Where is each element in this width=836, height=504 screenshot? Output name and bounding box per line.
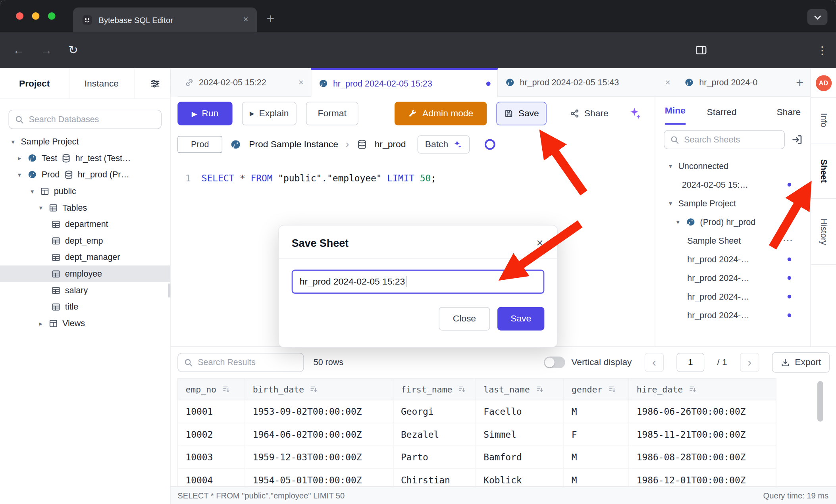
table-cell[interactable]: 10001 <box>177 400 245 423</box>
column-header[interactable]: hire_date <box>629 378 776 400</box>
add-tab-button[interactable]: + <box>789 68 811 97</box>
chevron-down-icon[interactable]: ▾ <box>16 171 23 178</box>
chevron-down-icon[interactable]: ▾ <box>29 187 36 195</box>
environment-badge[interactable]: Prod <box>177 136 222 153</box>
batch-button[interactable]: Batch <box>418 135 470 154</box>
sql-editor-line[interactable]: 1 SELECT * FROM "public"."employee" LIMI… <box>171 170 655 186</box>
window-controls[interactable] <box>16 12 55 20</box>
sidebar-filter-button[interactable] <box>150 68 170 99</box>
table-cell[interactable]: 1953-09-02T00:00:00Z <box>245 400 393 423</box>
sheet-search-input[interactable]: Search Sheets <box>664 130 785 149</box>
tree-item-table-dept-emp[interactable]: dept_emp <box>0 233 170 249</box>
reload-button[interactable]: ↻ <box>68 32 78 68</box>
chevron-down-icon[interactable]: ▾ <box>667 162 674 170</box>
table-row[interactable]: 100031959-12-03T00:00:00ZPartoBamfordM19… <box>177 446 836 469</box>
tree-item-project[interactable]: ▾ Sample Project <box>0 133 170 150</box>
sheet-group-project[interactable]: ▾ Sample Project <box>655 194 811 213</box>
table-cell[interactable]: 1986-06-26T00:00:00Z <box>629 400 776 423</box>
column-header[interactable]: gender <box>564 378 629 400</box>
open-sheet-icon[interactable] <box>791 134 803 146</box>
table-cell[interactable]: 1954-05-01T00:00:00Z <box>245 469 393 486</box>
save-button[interactable]: Save <box>496 102 546 125</box>
tree-item-table-employee[interactable]: employee <box>0 265 170 282</box>
ai-assistant-button[interactable] <box>625 104 644 123</box>
sort-icon[interactable] <box>608 385 616 393</box>
tree-item-table-salary[interactable]: salary <box>0 282 170 298</box>
forward-button[interactable]: → <box>40 32 52 68</box>
table-cell[interactable]: Georgi <box>393 400 476 423</box>
tree-item-table-title[interactable]: title <box>0 298 170 315</box>
close-dialog-icon[interactable]: × <box>536 236 543 250</box>
database-search-input[interactable]: Search Databases <box>8 110 161 129</box>
sort-icon[interactable] <box>222 385 230 393</box>
chevron-down-icon[interactable]: ▾ <box>674 218 681 226</box>
tab-instance[interactable]: Instance <box>69 68 135 99</box>
explain-button[interactable]: ▶ Explain <box>242 102 297 125</box>
table-row[interactable]: 100021964-06-02T00:00:00ZBezalelSimmelF1… <box>177 423 836 446</box>
database-name[interactable]: hr_prod <box>375 139 406 150</box>
more-actions-icon[interactable]: ··· <box>783 236 793 245</box>
tree-item-table-dept-manager[interactable]: dept_manager <box>0 249 170 265</box>
column-header[interactable]: emp_no <box>177 378 245 400</box>
close-tab-icon[interactable]: × <box>243 14 248 25</box>
table-row[interactable]: 100011953-09-02T00:00:00ZGeorgiFacelloM1… <box>177 400 836 423</box>
back-button[interactable]: ← <box>13 32 25 68</box>
table-cell[interactable]: Chirstian <box>393 469 476 486</box>
share-button[interactable]: Share <box>562 102 616 125</box>
editor-tab-3[interactable]: hr_prod 2024-02-05 15:43 × <box>498 68 677 97</box>
dialog-save-button[interactable]: Save <box>497 307 544 331</box>
sql-code[interactable]: SELECT * FROM "public"."employee" LIMIT … <box>202 170 436 186</box>
sheet-name-input[interactable]: hr_prod 2024-02-05 15:23 <box>292 270 545 294</box>
table-cell[interactable]: 10004 <box>177 469 245 486</box>
sheet-item[interactable]: hr_prod 2024-… <box>655 287 811 306</box>
browser-tab[interactable]: Bytebase SQL Editor × <box>73 8 257 32</box>
sheet-group-connection[interactable]: ▾ (Prod) hr_prod <box>655 213 811 231</box>
sheet-item-sample-sheet[interactable]: Sample Sheet ··· <box>655 231 811 250</box>
table-cell[interactable]: Facello <box>476 400 564 423</box>
sheet-item[interactable]: 2024-02-05 15:… <box>655 175 811 194</box>
results-scrollbar[interactable] <box>817 381 823 421</box>
avatar[interactable]: AD <box>815 75 831 91</box>
column-header[interactable]: birth_date <box>245 378 393 400</box>
table-cell[interactable]: Simmel <box>476 423 564 446</box>
table-cell[interactable]: M <box>564 400 629 423</box>
chevron-down-icon[interactable]: ▾ <box>667 200 674 207</box>
sort-icon[interactable] <box>309 385 318 393</box>
tree-item-schema-public[interactable]: ▾ public <box>0 183 170 200</box>
table-cell[interactable]: M <box>564 469 629 486</box>
zoom-window-button[interactable] <box>48 12 56 20</box>
chevron-right-icon[interactable]: ▸ <box>37 319 44 327</box>
table-cell[interactable]: 1964-06-02T00:00:00Z <box>245 423 393 446</box>
tab-share[interactable]: Share <box>776 107 801 125</box>
chevron-down-icon[interactable]: ▾ <box>10 138 16 145</box>
tab-mine[interactable]: Mine <box>665 106 686 125</box>
table-cell[interactable]: 1986-08-28T00:00:00Z <box>629 446 776 469</box>
format-button[interactable]: Format <box>306 102 358 125</box>
tree-item-views[interactable]: ▸ Views <box>0 315 170 332</box>
run-button[interactable]: ▶ Run <box>177 102 232 125</box>
dialog-close-button[interactable]: Close <box>439 307 490 331</box>
table-row[interactable]: 100041954-05-01T00:00:00ZChirstianKoblic… <box>177 469 836 486</box>
table-cell[interactable]: Bamford <box>476 446 564 469</box>
close-window-button[interactable] <box>16 12 23 20</box>
sheet-item[interactable]: hr_prod 2024-… <box>655 250 811 269</box>
tab-info[interactable]: Info <box>811 98 836 144</box>
results-search-input[interactable]: Search Results <box>177 353 304 372</box>
close-tab-icon[interactable]: × <box>665 77 670 88</box>
table-cell[interactable]: Koblick <box>476 469 564 486</box>
table-cell[interactable]: 1985-11-21T00:00:00Z <box>629 423 776 446</box>
table-cell[interactable]: 1959-12-03T00:00:00Z <box>245 446 393 469</box>
column-header[interactable]: last_name <box>476 378 564 400</box>
instance-name[interactable]: Prod Sample Instance <box>249 139 338 150</box>
table-cell[interactable]: 10003 <box>177 446 245 469</box>
sheet-item[interactable]: hr_prod 2024-… <box>655 269 811 287</box>
page-input[interactable] <box>676 353 704 372</box>
export-button[interactable]: Export <box>772 352 830 373</box>
tree-item-test-instance[interactable]: ▸ Test hr_test (Test… <box>0 150 170 166</box>
chevron-down-icon[interactable]: ▾ <box>37 204 44 212</box>
table-cell[interactable]: 10002 <box>177 423 245 446</box>
editor-tab-2-active[interactable]: hr_prod 2024-02-05 15:23 <box>310 68 498 97</box>
sheet-item[interactable]: hr_prod 2024-… <box>655 306 811 325</box>
sheet-group-unconnected[interactable]: ▾ Unconnected <box>655 157 811 175</box>
editor-tab-1[interactable]: 2024-02-05 15:22 × <box>177 68 310 97</box>
